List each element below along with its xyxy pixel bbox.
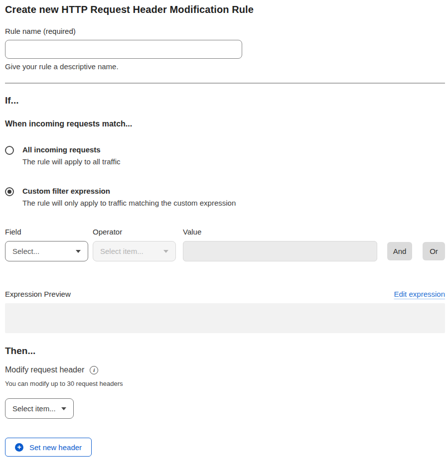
radio-option-all-requests[interactable]: All incoming requests The rule will appl… bbox=[5, 145, 445, 166]
chevron-down-icon bbox=[76, 250, 81, 253]
rule-name-help: Give your rule a descriptive name. bbox=[5, 62, 445, 71]
modify-header-row: Modify request header i bbox=[5, 365, 445, 374]
value-label: Value bbox=[183, 228, 377, 236]
value-column: Value bbox=[183, 228, 377, 261]
radio-description: The rule will apply to all traffic bbox=[22, 157, 120, 166]
and-button[interactable]: And bbox=[387, 242, 412, 260]
header-action-select[interactable]: Select item... bbox=[5, 398, 74, 419]
expression-preview-box bbox=[5, 303, 445, 333]
radio-option-texts: Custom filter expression The rule will o… bbox=[22, 187, 236, 207]
operator-select: Select item... bbox=[93, 241, 176, 261]
modify-request-header-label: Modify request header bbox=[5, 365, 84, 374]
rule-name-input[interactable] bbox=[5, 40, 242, 59]
if-heading: If... bbox=[5, 95, 445, 106]
match-subheading: When incoming requests match... bbox=[5, 119, 445, 128]
set-new-header-button[interactable]: + Set new header bbox=[5, 438, 92, 457]
expression-builder-row: Field Select... Operator Select item... … bbox=[5, 228, 445, 261]
field-label: Field bbox=[5, 228, 88, 236]
expression-preview-label: Expression Preview bbox=[5, 290, 71, 298]
operator-label: Operator bbox=[93, 228, 176, 236]
andor-buttons: And Or bbox=[387, 242, 445, 260]
set-new-header-label: Set new header bbox=[29, 443, 82, 452]
radio-unselected-icon[interactable] bbox=[5, 146, 14, 155]
header-action-select-value: Select item... bbox=[12, 404, 56, 413]
radio-selected-icon[interactable] bbox=[5, 187, 14, 196]
expression-preview-header: Expression Preview Edit expression bbox=[5, 290, 445, 298]
or-button[interactable]: Or bbox=[423, 242, 445, 260]
chevron-down-icon bbox=[163, 250, 168, 253]
value-input bbox=[183, 241, 377, 261]
operator-select-value: Select item... bbox=[100, 247, 144, 255]
edit-expression-link[interactable]: Edit expression bbox=[394, 290, 445, 298]
radio-label: Custom filter expression bbox=[22, 187, 236, 195]
page-title: Create new HTTP Request Header Modificat… bbox=[5, 4, 445, 15]
radio-label: All incoming requests bbox=[22, 145, 120, 154]
field-column: Field Select... bbox=[5, 228, 88, 261]
chevron-down-icon bbox=[61, 407, 66, 410]
rule-name-label: Rule name (required) bbox=[5, 27, 445, 35]
then-heading: Then... bbox=[5, 346, 445, 357]
radio-option-texts: All incoming requests The rule will appl… bbox=[22, 145, 120, 166]
plus-icon: + bbox=[15, 443, 23, 452]
info-icon[interactable]: i bbox=[90, 366, 98, 374]
section-divider bbox=[5, 83, 445, 84]
field-select-value: Select... bbox=[12, 247, 39, 255]
modify-help-text: You can modify up to 30 request headers bbox=[5, 380, 445, 387]
create-rule-page: Create new HTTP Request Header Modificat… bbox=[0, 0, 448, 476]
radio-option-custom-expression[interactable]: Custom filter expression The rule will o… bbox=[5, 187, 445, 207]
field-select[interactable]: Select... bbox=[5, 241, 88, 261]
radio-description: The rule will only apply to traffic matc… bbox=[22, 199, 236, 207]
operator-column: Operator Select item... bbox=[93, 228, 176, 261]
